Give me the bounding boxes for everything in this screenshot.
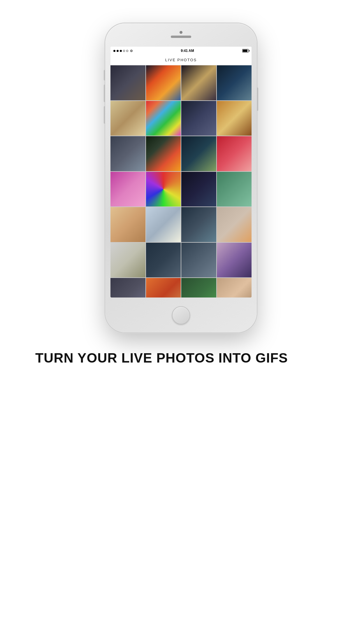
photo-cell-14[interactable] — [146, 172, 181, 207]
photo-cell-10[interactable] — [146, 136, 181, 171]
battery-icon — [242, 49, 249, 52]
photo-cell-4[interactable] — [217, 65, 252, 100]
status-bar: ⊙ 9:41 AM — [110, 47, 252, 55]
photo-cell-23[interactable] — [181, 243, 216, 278]
photo-cell-7[interactable] — [181, 101, 216, 136]
photo-cell-26[interactable] — [146, 278, 181, 298]
photo-cell-25[interactable] — [110, 278, 145, 298]
photo-cell-3[interactable] — [181, 65, 216, 100]
power-button — [257, 88, 258, 111]
signal-dot-1 — [113, 50, 115, 52]
volume-up-button — [104, 85, 105, 102]
photo-cell-21[interactable] — [110, 243, 145, 278]
status-battery-area — [242, 49, 249, 52]
photo-cell-22[interactable] — [146, 243, 181, 278]
signal-dot-3 — [120, 50, 122, 52]
status-time: 9:41 AM — [181, 49, 194, 53]
photo-cell-27[interactable] — [181, 278, 216, 298]
photo-cell-8[interactable] — [217, 101, 252, 136]
wifi-icon: ⊙ — [130, 49, 133, 53]
photo-cell-2[interactable] — [146, 65, 181, 100]
home-button[interactable] — [172, 306, 190, 324]
photo-cell-5[interactable] — [110, 101, 145, 136]
page: ⊙ 9:41 AM LIVE PHOTOS — [0, 0, 362, 644]
phone-top-area — [171, 31, 191, 38]
front-camera-icon — [180, 31, 182, 34]
earpiece-speaker — [171, 36, 191, 38]
phone-screen: ⊙ 9:41 AM LIVE PHOTOS — [110, 47, 252, 298]
screen-title: LIVE PHOTOS — [165, 58, 197, 62]
photo-cell-11[interactable] — [181, 136, 216, 171]
volume-down-button — [104, 106, 105, 124]
photo-cell-28[interactable] — [217, 278, 252, 298]
photo-cell-24[interactable] — [217, 243, 252, 278]
mute-button — [104, 70, 105, 80]
navigation-bar: LIVE PHOTOS — [110, 55, 252, 65]
photo-cell-20[interactable] — [217, 207, 252, 242]
photo-cell-18[interactable] — [146, 207, 181, 242]
photo-cell-17[interactable] — [110, 207, 145, 242]
photo-cell-15[interactable] — [181, 172, 216, 207]
photo-cell-12[interactable] — [217, 136, 252, 171]
signal-dot-4 — [123, 50, 125, 52]
signal-dot-5 — [126, 50, 128, 52]
status-signal-area: ⊙ — [113, 49, 133, 53]
photo-cell-13[interactable] — [110, 172, 145, 207]
photo-cell-1[interactable] — [110, 65, 145, 100]
photo-cell-6[interactable] — [146, 101, 181, 136]
bottom-section: TURN YOUR LIVE PHOTOS INTO GIFS — [35, 350, 327, 366]
photo-cell-19[interactable] — [181, 207, 216, 242]
photo-cell-16[interactable] — [217, 172, 252, 207]
battery-fill — [243, 50, 247, 52]
phone-mockup: ⊙ 9:41 AM LIVE PHOTOS — [105, 23, 257, 332]
photo-grid-container[interactable] — [110, 65, 252, 298]
signal-dot-2 — [117, 50, 119, 52]
photo-grid — [110, 65, 252, 298]
photo-cell-9[interactable] — [110, 136, 145, 171]
app-headline: TURN YOUR LIVE PHOTOS INTO GIFS — [35, 350, 327, 366]
